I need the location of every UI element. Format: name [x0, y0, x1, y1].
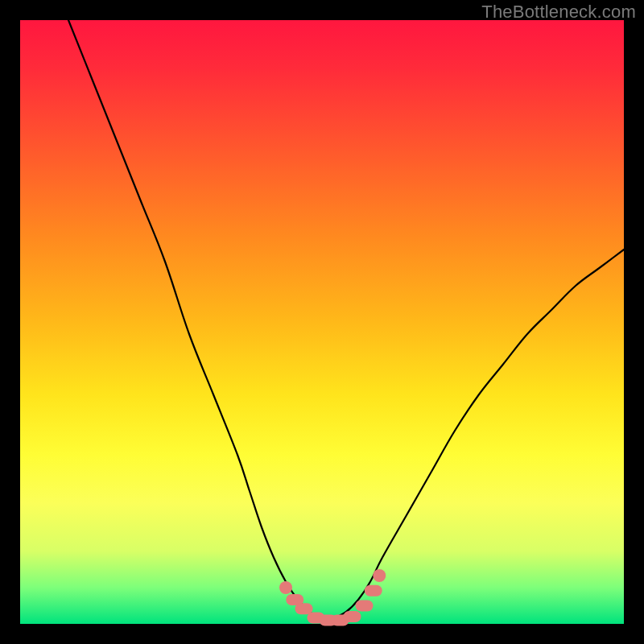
curve-left-branch [68, 20, 322, 621]
marker-dot [279, 581, 292, 594]
marker-dot [373, 569, 386, 582]
chart-svg [20, 20, 624, 624]
chart-area [20, 20, 624, 624]
marker-pill [365, 585, 382, 597]
bottom-marker-cluster [279, 569, 386, 626]
marker-pill [356, 601, 374, 612]
marker-pill [295, 603, 313, 614]
marker-pill [344, 611, 361, 622]
attribution-watermark: TheBottleneck.com [481, 2, 636, 23]
curve-right-branch [322, 250, 624, 621]
